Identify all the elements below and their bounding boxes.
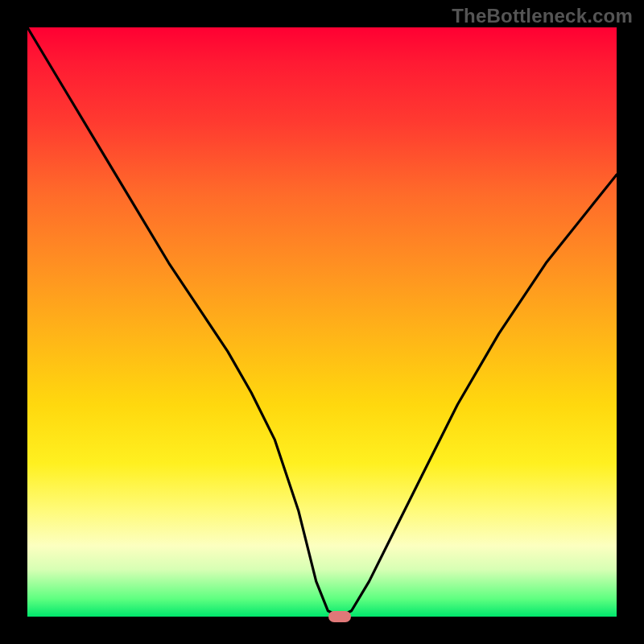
watermark-text: TheBottleneck.com [452,5,633,27]
bottleneck-curve [27,27,617,617]
optimal-marker [328,611,351,622]
curve-path [27,27,617,617]
chart-frame: TheBottleneck.com [0,0,644,644]
plot-area [27,27,617,617]
